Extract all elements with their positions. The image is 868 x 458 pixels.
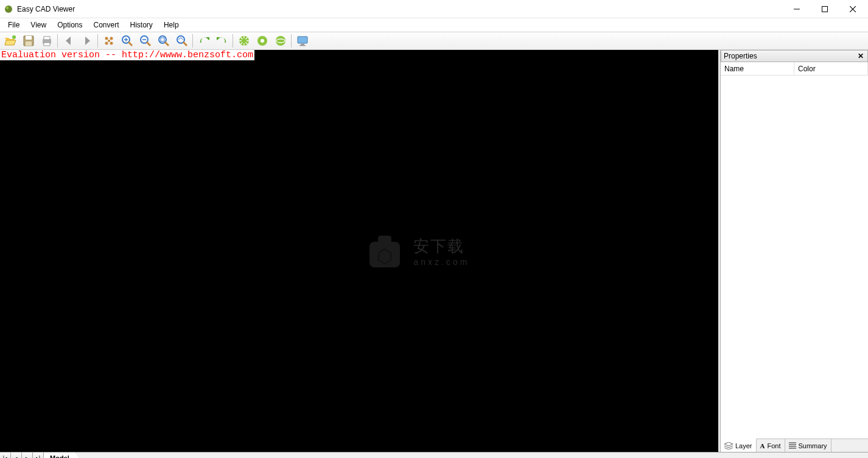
print-button[interactable] [38,33,56,49]
zoom-extents-button[interactable] [155,33,173,49]
toolbar [0,32,868,50]
minimize-button[interactable] [783,0,811,18]
list-icon [789,442,796,449]
tab-model[interactable]: Model [44,453,76,458]
window-title: Easy CAD Viewer [17,5,75,13]
watermark-sub: anxz.com [413,257,469,267]
properties-columns: Name Color [721,62,868,76]
svg-point-22 [261,39,264,43]
watermark-main: 安下载 [413,236,469,257]
svg-point-13 [110,42,113,45]
svg-point-11 [110,37,113,40]
svg-rect-24 [298,37,307,43]
tab-layer[interactable]: Layer [721,439,757,452]
svg-rect-18 [161,38,164,41]
layers-icon [724,442,733,449]
svg-point-12 [105,42,108,45]
menu-help[interactable]: Help [158,19,184,30]
svg-point-3 [12,35,16,39]
svg-point-0 [5,5,12,13]
menu-history[interactable]: History [125,19,158,30]
font-icon: A [760,442,765,449]
toolbar-separator [97,34,99,48]
titlebar: Easy CAD Viewer [0,0,868,18]
tab-last-button[interactable]: ▸| [33,453,44,458]
svg-point-10 [105,37,108,40]
svg-rect-26 [299,45,306,46]
rotate-cw-button[interactable] [235,33,253,49]
tab-font[interactable]: A Font [757,439,785,452]
menu-view[interactable]: View [25,19,52,30]
back-button[interactable] [60,33,78,49]
evaluation-banner: Evaluation version -- http://wwww.benzso… [0,50,254,60]
redo-button[interactable] [195,33,213,49]
panel-close-button[interactable]: ✕ [856,52,865,60]
svg-rect-2 [822,6,828,12]
tab-summary[interactable]: Summary [785,439,831,452]
toolbar-separator [192,34,194,48]
toolbar-separator [57,34,58,48]
svg-point-14 [108,40,110,42]
toolbar-separator [291,34,292,48]
app-icon [4,4,13,14]
properties-header[interactable]: Properties ✕ [721,50,868,62]
open-button[interactable] [1,33,19,49]
tab-prev-button[interactable]: ◂ [11,453,22,458]
column-color[interactable]: Color [794,62,868,75]
svg-rect-9 [44,43,50,46]
toolbar-separator [233,34,234,48]
menu-file[interactable]: File [2,19,25,30]
menu-options[interactable]: Options [52,19,88,30]
tab-summary-label: Summary [799,442,827,449]
svg-rect-28 [378,236,391,244]
svg-point-23 [276,36,285,46]
tab-font-label: Font [767,442,780,449]
pan-button[interactable] [100,33,118,49]
svg-rect-25 [301,44,304,45]
zoom-out-button[interactable] [136,33,155,49]
rotate-ccw-button[interactable] [253,33,271,49]
tab-first-button[interactable]: |◂ [0,453,11,458]
menu-convert[interactable]: Convert [88,19,125,30]
column-name[interactable]: Name [721,62,794,75]
properties-tabs: Layer A Font Summary [721,439,868,452]
watermark: 安下载 anxz.com [363,230,469,272]
menubar: File View Options Convert History Help [0,18,868,32]
properties-title: Properties [724,52,757,60]
svg-rect-27 [369,242,400,267]
svg-point-1 [6,7,9,9]
svg-rect-6 [26,41,32,46]
close-button[interactable] [839,0,867,18]
tab-layer-label: Layer [735,442,752,449]
content-area: Evaluation version -- http://wwww.benzso… [0,50,868,452]
tab-model-label: Model [50,454,69,459]
rotate-3d-button[interactable] [271,33,290,49]
properties-panel: Properties ✕ Name Color Layer A Font Sum… [720,50,868,452]
svg-rect-5 [26,36,32,40]
fullscreen-button[interactable] [293,33,312,49]
zoom-window-button[interactable] [173,33,191,49]
save-button[interactable] [19,33,38,49]
maximize-button[interactable] [811,0,839,18]
layout-tabs-bar: |◂ ◂ ▸ ▸| Model [0,452,868,458]
forward-button[interactable] [78,33,96,49]
svg-rect-8 [44,37,50,40]
properties-body [721,76,868,439]
tab-next-button[interactable]: ▸ [22,453,33,458]
undo-button[interactable] [213,33,231,49]
zoom-in-button[interactable] [118,33,136,49]
cad-canvas[interactable]: Evaluation version -- http://wwww.benzso… [0,50,720,452]
